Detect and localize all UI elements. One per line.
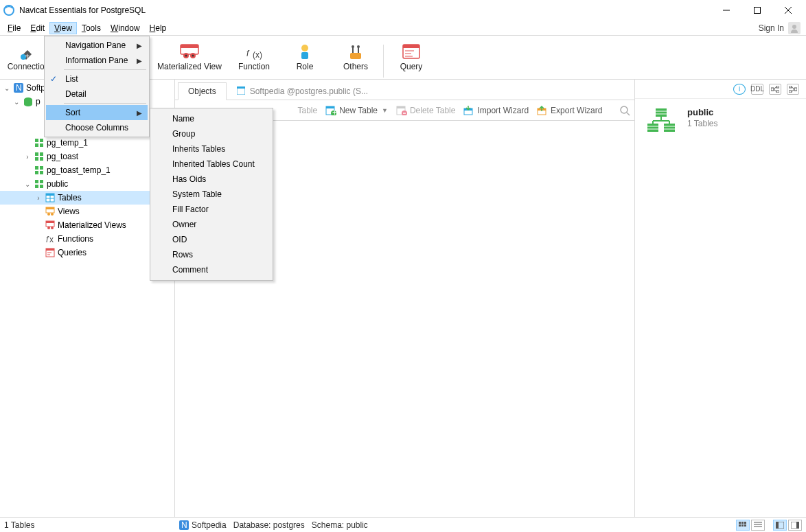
tree-tables[interactable]: › Tables [0, 191, 174, 205]
search-icon[interactable] [619, 105, 630, 116]
menu-item-navigation-pane[interactable]: Navigation Pane ▶ [46, 38, 148, 53]
twisty-icon[interactable]: › [23, 153, 32, 161]
minimize-button[interactable] [711, 1, 741, 20]
tree-schema-pgtoast[interactable]: › pg_toast [0, 150, 174, 163]
info-tab-general-icon[interactable]: i [733, 84, 746, 95]
svg-rect-105 [664, 124, 675, 132]
tree-views[interactable]: › Views [0, 205, 174, 218]
tree-matviews[interactable]: › Materialized Views [0, 218, 174, 232]
query-icon [45, 247, 56, 258]
sort-comment[interactable]: Comment [152, 262, 271, 277]
svg-rect-57 [35, 185, 38, 188]
toolbar-materialized-view[interactable]: Materialized View [152, 36, 227, 78]
menu-item-information-pane[interactable]: Information Pane ▶ [46, 53, 148, 68]
menu-item-detail[interactable]: Detail [46, 86, 148, 102]
tab-objects[interactable]: Objects [178, 82, 227, 100]
toolbar-others[interactable]: Others [332, 36, 380, 78]
svg-rect-118 [739, 522, 741, 524]
svg-text:N: N [181, 520, 187, 530]
info-pane-text: public 1 Tables [687, 107, 717, 135]
check-icon: ✓ [50, 74, 57, 84]
tree-queries[interactable]: › Queries [0, 246, 174, 259]
svg-rect-104 [647, 124, 658, 132]
sort-group[interactable]: Group [152, 126, 271, 141]
sort-oid[interactable]: OID [152, 232, 271, 247]
tree-schema-pgtoasttemp1[interactable]: › pg_toast_temp_1 [0, 163, 174, 177]
tree-functions[interactable]: › fx Functions [0, 232, 174, 246]
delete-table-button[interactable]: Delete Table [396, 105, 456, 116]
menu-tools[interactable]: Tools [77, 22, 106, 34]
svg-rect-54 [40, 171, 43, 174]
menu-item-list[interactable]: ✓ List [46, 71, 148, 86]
tree-schema-pgtemp1[interactable]: › pg_temp_1 [0, 136, 174, 150]
toolbar-role[interactable]: Role [281, 36, 329, 78]
svg-point-66 [51, 213, 54, 216]
tree-label: Queries [58, 248, 87, 257]
toolbar-function[interactable]: f(x) Function [230, 36, 278, 78]
sort-name[interactable]: Name [152, 111, 271, 126]
twisty-icon[interactable]: ⌄ [3, 84, 11, 92]
twisty-icon[interactable]: › [34, 194, 43, 202]
menu-window[interactable]: Window [106, 22, 145, 34]
tab-label: Softpedia @postgres.public (S... [250, 86, 368, 96]
toolbar-function-label: Function [238, 62, 270, 71]
menu-item-sort[interactable]: Sort ▶ [46, 105, 148, 120]
svg-rect-49 [35, 157, 38, 161]
menu-file[interactable]: File [3, 22, 25, 34]
menu-item-choose-columns[interactable]: Choose Columns [46, 120, 148, 135]
object-tabstrip: Objects Softpedia @postgres.public (S... [175, 80, 634, 100]
svg-line-97 [774, 89, 776, 92]
import-wizard-button[interactable]: Import Wizard [463, 105, 529, 116]
dropdown-arrow-icon[interactable]: ▼ [382, 107, 388, 114]
sort-rows[interactable]: Rows [152, 247, 271, 262]
info-tab-dependents-icon[interactable] [769, 84, 781, 95]
info-tab-referenced-icon[interactable] [787, 84, 799, 95]
info-tab-ddl[interactable]: DDL [751, 84, 763, 95]
sort-system-table[interactable]: System Table [152, 187, 271, 202]
sign-in[interactable]: Sign In [759, 22, 803, 34]
export-wizard-button[interactable]: Export Wizard [537, 105, 602, 116]
export-icon [537, 105, 548, 116]
schema-thumbnail-icon [646, 107, 678, 135]
menu-item-label: OID [172, 235, 187, 244]
tab-softpedia[interactable]: Softpedia @postgres.public (S... [227, 82, 378, 100]
svg-rect-68 [46, 221, 54, 223]
toolbar-query[interactable]: Query [387, 36, 435, 78]
svg-rect-103 [656, 108, 667, 117]
svg-text:N: N [16, 83, 22, 93]
table-icon [45, 192, 56, 203]
menu-view[interactable]: View [49, 22, 77, 34]
menu-help[interactable]: Help [145, 22, 172, 34]
svg-rect-52 [40, 166, 43, 170]
svg-point-5 [792, 25, 796, 29]
sort-owner[interactable]: Owner [152, 217, 271, 232]
schema-icon [34, 165, 45, 176]
twisty-icon[interactable]: ⌄ [23, 181, 32, 188]
submenu-arrow-icon: ▶ [137, 57, 142, 65]
toolbar-query-label: Query [400, 62, 423, 71]
pane-right-icon[interactable] [788, 520, 802, 531]
sort-inherited-tables-count[interactable]: Inherited Tables Count [152, 157, 271, 172]
open-table-partial[interactable]: Open Table [275, 106, 317, 115]
sort-fill-factor[interactable]: Fill Factor [152, 202, 271, 217]
sort-has-oids[interactable]: Has Oids [152, 172, 271, 187]
twisty-icon[interactable]: ⌄ [12, 98, 21, 106]
svg-rect-47 [35, 152, 38, 156]
view-list-icon[interactable] [751, 520, 765, 531]
menu-item-label: Detail [65, 89, 87, 99]
svg-point-28 [301, 45, 308, 51]
svg-rect-55 [35, 180, 38, 183]
pane-left-icon[interactable] [773, 520, 787, 531]
info-pane-body: public 1 Tables [635, 99, 806, 143]
svg-rect-128 [776, 522, 779, 529]
maximize-button[interactable] [741, 1, 772, 20]
menu-bar: File Edit View Tools Window Help Sign In [0, 21, 806, 36]
close-button[interactable] [772, 1, 803, 20]
delete-table-label: Delete Table [410, 106, 456, 115]
new-table-button[interactable]: + New Table ▼ [325, 105, 388, 116]
tree-schema-public[interactable]: ⌄ public [0, 177, 174, 191]
tree-label: public [47, 179, 68, 189]
sort-inherits-tables[interactable]: Inherits Tables [152, 141, 271, 157]
menu-edit[interactable]: Edit [25, 22, 49, 34]
view-grid-icon[interactable] [736, 520, 750, 531]
